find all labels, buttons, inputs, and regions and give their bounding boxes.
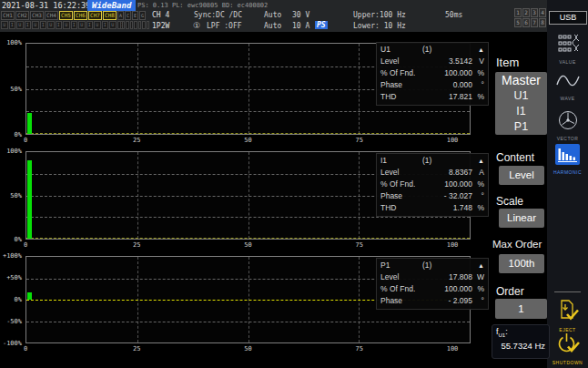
nav-vector[interactable]: VECTOR (547, 109, 588, 141)
ui-indicators-wide: UIUIUIUIUIUIUIUI (1, 21, 124, 29)
info-row-value: 100.000 (431, 67, 472, 79)
u-indicator: U (1, 21, 8, 29)
lpf-label: LPF :OFF (207, 22, 242, 30)
nav-wave[interactable]: WAVE (547, 71, 588, 101)
harmonic-icon (555, 144, 580, 165)
wave-icon (555, 71, 581, 91)
nav-eject[interactable]: EJECT (547, 299, 588, 332)
info-box-p1: P1 (1) ▲ Level17.808W% Of Fnd.100.000%Ph… (376, 258, 489, 310)
u-indicator: U (94, 21, 101, 29)
x-axis-label: 25 (133, 345, 140, 353)
info-row-label: Level (380, 56, 431, 67)
u-indicator (126, 21, 129, 29)
info-row-unit: % (472, 91, 484, 103)
u-indicator: U (47, 21, 55, 29)
info-row-unit: % (472, 179, 484, 190)
upper-freq-label: Upper:100 Hz (353, 11, 406, 19)
info-box-u1: U1 (1) ▲ Level3.5142V% Of Fnd.100.000%Ph… (376, 42, 489, 106)
page-indicator-8: 8 (539, 18, 546, 27)
item-option-p1[interactable]: P1 (495, 120, 547, 133)
ps-badge: PS (315, 21, 328, 29)
x-axis-label: 100 (447, 345, 459, 353)
order-label: Order (496, 285, 524, 298)
nav-label-wave: WAVE (547, 96, 588, 101)
nav-harmonic[interactable]: HARMONIC (547, 144, 588, 175)
channel-label: CH 4 (152, 11, 169, 19)
nav-value[interactable]: VALUE (547, 33, 588, 65)
wideband-badge: WideBand (87, 0, 136, 11)
item-option-master[interactable]: Master (495, 74, 547, 87)
group-indicators: ACEG (117, 11, 146, 20)
timestamp: 2021-08-31 16:22:39 (2, 1, 90, 10)
content-button[interactable]: Level (499, 166, 544, 185)
channel-indicator-ch4: CH4 (45, 11, 58, 20)
i-range-value: 10 A (292, 22, 309, 30)
info-row: % Of Fnd.100.000% (380, 283, 484, 295)
y-axis-i1: 100%50%0% (0, 151, 23, 240)
page-indicator-1: 1 (514, 8, 522, 17)
info-row-label: Level (380, 271, 431, 283)
y-axis-label: 100% (6, 148, 22, 155)
page-indicator-4: 4 (539, 8, 546, 17)
x-axis-label: 0 (24, 241, 27, 249)
x-axis-label: 75 (356, 137, 363, 144)
item-option-i1[interactable]: I1 (495, 105, 547, 118)
info-row-value: - 32.027 (431, 190, 472, 202)
u-indicator: U (78, 21, 86, 29)
value-icon (557, 33, 579, 55)
y-axis-label: 50% (10, 192, 22, 199)
ui-pair (142, 21, 149, 29)
group-indicator-a: A (117, 11, 124, 20)
info-order: (1) (422, 44, 478, 56)
info-row-unit: % (472, 202, 484, 214)
panel-p1: +100%+50%0%-50%-100% 0255075100 P1 (1) ▲… (25, 256, 471, 343)
up-triangle-icon: ▲ (478, 155, 484, 167)
wiring-label: 1P2W (152, 22, 169, 30)
x-axis-label: 50 (244, 241, 251, 249)
x-axis-label: 0 (24, 345, 27, 353)
content-label: Content (496, 151, 534, 164)
i-indicator: I (25, 21, 32, 29)
info-row-value: 100.000 (431, 179, 472, 190)
harmonic-bar-u1 (27, 113, 32, 134)
x-axis-label: 100 (447, 137, 459, 144)
nav-label-harmonic: HARMONIC (547, 169, 588, 175)
i-indicator (130, 21, 134, 29)
info-row-value: 3.5142 (431, 56, 472, 67)
lower-freq-label: Lower: 10 Hz (353, 22, 406, 30)
channel-indicator-ch7: CH7 (88, 11, 102, 20)
info-row-label: Phase (380, 190, 431, 202)
i-indicator: I (102, 21, 109, 29)
item-selector[interactable]: Master U1 I1 P1 (495, 72, 547, 135)
channel-indicators: CH1CH2CH3CH4CH5CH6CH7CH8 (1, 11, 117, 20)
vector-icon (557, 109, 579, 131)
max-order-button[interactable]: 100th (499, 254, 544, 273)
harmonic-bar-i1 (27, 160, 32, 239)
item-label: Item (496, 56, 519, 69)
nav-shutdown[interactable]: SHUTDOWN (547, 332, 588, 365)
y-axis-label: 0% (15, 131, 22, 138)
info-row-unit: % (472, 283, 484, 295)
scale-button[interactable]: Linear (499, 209, 544, 228)
u-indicator (142, 21, 146, 29)
info-row: Level3.5142V (380, 56, 484, 67)
info-order: (1) (422, 260, 478, 271)
info-row-unit: ° (472, 295, 484, 307)
scale-label: Scale (496, 195, 523, 208)
u-indicator: U (109, 21, 117, 29)
item-option-u1[interactable]: U1 (495, 89, 547, 102)
up-triangle-icon: ▲ (478, 260, 484, 271)
channel-indicator-ch2: CH2 (15, 11, 29, 20)
x-axis-i1: 0255075100 (25, 240, 471, 250)
page-indicator-5: 5 (514, 18, 522, 27)
page-indicator-7: 7 (531, 18, 538, 27)
page-indicator-3: 3 (531, 8, 538, 17)
order-button[interactable]: 1 (495, 299, 547, 319)
info-row-unit: A (472, 167, 484, 179)
x-axis-label: 25 (133, 137, 140, 144)
x-axis-label: 75 (356, 241, 363, 249)
page-indicator-2: 2 (522, 8, 530, 17)
info-row-label: Phase (380, 79, 431, 91)
u-indicator: U (32, 21, 39, 29)
info-row-value: 1.748 (431, 202, 472, 214)
